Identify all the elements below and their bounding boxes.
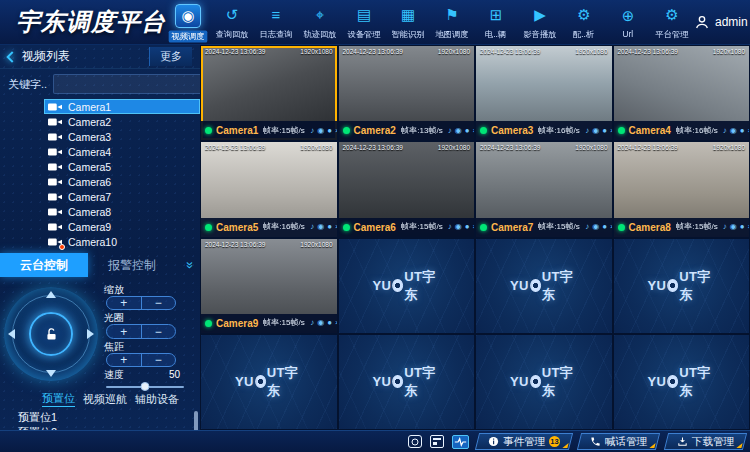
camera-list-item[interactable]: Camera6 [44,174,200,189]
video-cell-camera4[interactable]: 2024-12-23 13:06:39 1920x1080 Camera4 帧率… [614,46,750,140]
empty-cell[interactable]: YUUT宇东 [476,335,612,429]
empty-cell[interactable]: YUUT宇东 [339,239,475,333]
event-mgmt-button[interactable]: 事件管理 13 [475,433,573,450]
keyword-input[interactable] [53,74,200,94]
nav-item-url[interactable]: ⊕ Url [606,5,650,39]
audio-icon[interactable]: ♪ [723,222,727,232]
ptz-up-icon[interactable] [46,291,56,298]
audio-icon[interactable]: ♪ [310,222,314,232]
camera-list-item[interactable]: Camera9 [44,219,200,234]
collapse-panel-icon[interactable]: « [176,253,200,277]
empty-cell[interactable]: YUUT宇东 [476,239,612,333]
nav-item-log-query[interactable]: ≡ 日志查询 [254,4,298,41]
video-cell-camera6[interactable]: 2024-12-23 13:06:39 1920x1080 Camera6 帧率… [339,142,475,236]
audio-icon[interactable]: ♪ [585,126,589,136]
nav-item-device-mgmt[interactable]: ▤ 设备管理 [342,4,386,41]
camera-list-item[interactable]: Camera2 [44,114,200,129]
empty-cell[interactable]: YUUT宇东 [614,239,750,333]
aux-device-link[interactable]: 辅助设备 [135,392,179,407]
user-menu[interactable]: admin [694,14,748,30]
snapshot-icon[interactable]: ◉ [730,126,737,136]
nav-item-media-play[interactable]: ▶ 影音播放 [518,4,562,41]
broadcast-mgmt-button[interactable]: 喊话管理 [577,433,660,450]
tab-alarm-control[interactable]: 报警控制 [88,253,176,277]
more-link[interactable]: 更多 [149,47,192,66]
ptz-right-icon[interactable] [87,329,94,339]
speed-slider[interactable] [106,382,184,391]
close-icon[interactable]: × [335,126,336,136]
preset-item[interactable]: 预置位1 [18,410,200,425]
close-icon[interactable]: × [473,222,474,232]
nav-item-config-analysis[interactable]: ⚙ 配..析 [562,4,606,41]
snapshot-icon[interactable]: ◉ [730,222,737,232]
nav-item-ai-recognition[interactable]: ▦ 智能识别 [386,4,430,41]
tab-ptz-control[interactable]: 云台控制 [0,253,88,277]
scrollbar-thumb[interactable] [194,411,198,430]
cruise-link[interactable]: 视频巡航 [83,392,127,407]
layout-icon[interactable] [430,435,444,448]
record-icon[interactable]: ● [740,222,745,232]
snapshot-icon[interactable]: ◉ [317,126,324,136]
audio-icon[interactable]: ♪ [310,318,314,328]
video-cell-camera7[interactable]: 2024-12-23 13:06:39 1920x1080 Camera7 帧率… [476,142,612,236]
video-cell-camera5[interactable]: 2024-12-23 13:06:39 1920x1080 Camera5 帧率… [201,142,337,236]
camera-list-item[interactable]: Camera5 [44,159,200,174]
close-icon[interactable]: × [748,222,749,232]
nav-item-query-playback[interactable]: ↺ 查询回放 [210,4,254,41]
focus-plus-button[interactable]: + [107,354,142,366]
record-icon[interactable]: ● [465,126,470,136]
screen-capture-icon[interactable] [408,435,422,448]
audio-icon[interactable]: ♪ [310,126,314,136]
download-mgmt-button[interactable]: 下载管理 [664,433,747,450]
iris-minus-button[interactable]: − [142,325,176,337]
focus-minus-button[interactable]: − [142,354,176,366]
iris-plus-button[interactable]: + [107,325,142,337]
camera-list-item[interactable]: Camera3 [44,129,200,144]
camera-list-item[interactable]: Camera8 [44,204,200,219]
snapshot-icon[interactable]: ◉ [455,222,462,232]
snapshot-icon[interactable]: ◉ [592,126,599,136]
preset-link[interactable]: 预置位 [42,391,75,407]
video-cell-camera1[interactable]: 2024-12-23 13:06:39 1920x1080 Camera1 帧率… [201,46,337,140]
record-icon[interactable]: ● [740,126,745,136]
monitor-pulse-icon[interactable] [452,435,469,449]
camera-list-item[interactable]: Camera10 [44,234,200,249]
snapshot-icon[interactable]: ◉ [592,222,599,232]
record-icon[interactable]: ● [327,318,332,328]
nav-item-map-dispatch[interactable]: ⚑ 地图调度 [430,4,474,41]
video-cell-camera3[interactable]: 2024-12-23 13:06:39 1920x1080 Camera3 帧率… [476,46,612,140]
nav-item-track-playback[interactable]: ⌖ 轨迹回放 [298,4,342,41]
video-cell-camera2[interactable]: 2024-12-23 13:06:39 1920x1080 Camera2 帧率… [339,46,475,140]
video-cell-camera8[interactable]: 2024-12-23 13:06:39 1920x1080 Camera8 帧率… [614,142,750,236]
audio-icon[interactable]: ♪ [448,222,452,232]
ptz-left-icon[interactable] [8,329,15,339]
record-icon[interactable]: ● [327,126,332,136]
close-icon[interactable]: × [610,222,611,232]
record-icon[interactable]: ● [602,222,607,232]
record-icon[interactable]: ● [465,222,470,232]
empty-cell[interactable]: YUUT宇东 [339,335,475,429]
snapshot-icon[interactable]: ◉ [317,318,324,328]
ptz-lock-button[interactable] [29,312,73,356]
video-cell-camera9[interactable]: 2024-12-23 13:06:39 1920x1080 Camera9 帧率… [201,239,337,333]
ptz-down-icon[interactable] [46,370,56,377]
nav-item-platform-mgmt[interactable]: ⚙ 平台管理 [650,4,694,41]
camera-list-item[interactable]: Camera1 [44,99,200,114]
close-icon[interactable]: × [748,126,749,136]
audio-icon[interactable]: ♪ [723,126,727,136]
zoom-plus-button[interactable]: + [107,297,142,309]
empty-cell[interactable]: YUUT宇东 [614,335,750,429]
record-icon[interactable]: ● [602,126,607,136]
close-icon[interactable]: × [473,126,474,136]
nav-item-video-dispatch[interactable]: ◉ 视频调度 [166,2,210,43]
empty-cell[interactable]: YUUT宇东 [201,335,337,429]
audio-icon[interactable]: ♪ [448,126,452,136]
camera-list-item[interactable]: Camera4 [44,144,200,159]
snapshot-icon[interactable]: ◉ [455,126,462,136]
slider-thumb[interactable] [141,382,150,391]
close-icon[interactable]: × [610,126,611,136]
nav-item-vehicle[interactable]: ⊞ 电..辆 [474,4,518,41]
record-icon[interactable]: ● [327,222,332,232]
close-icon[interactable]: × [335,222,336,232]
camera-list-item[interactable]: Camera7 [44,189,200,204]
